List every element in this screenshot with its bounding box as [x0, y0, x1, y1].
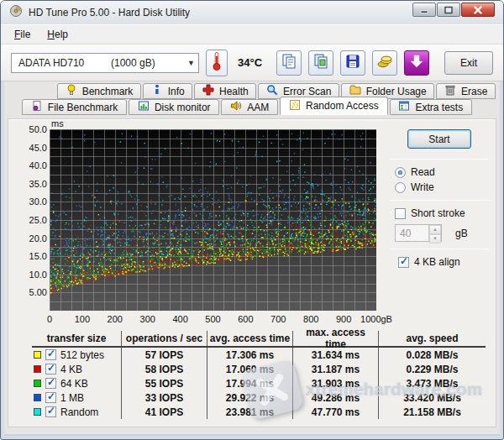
results-table: transfer size operations / sec avg. acce…	[32, 331, 486, 419]
short-stroke-label: Short stroke	[411, 207, 465, 219]
x-tick-label: 500	[205, 314, 220, 324]
series-checkbox[interactable]	[45, 378, 56, 389]
header-transfer-size: transfer size	[32, 331, 121, 346]
series-checkbox[interactable]	[45, 392, 56, 403]
short-stroke-size-field: ▲ ▼	[395, 224, 442, 242]
y-tick-label: 25.0	[15, 215, 47, 225]
bulb-icon	[66, 84, 77, 98]
header-operations: operations / sec	[121, 331, 207, 346]
short-stroke-unit: gB	[455, 228, 468, 239]
table-row: Random 41 IOPS 23.981 ms 47.770 ms 21.15…	[32, 405, 486, 419]
series-checkbox[interactable]	[45, 406, 56, 417]
minimize-button[interactable]	[412, 3, 436, 17]
series-swatch	[34, 365, 41, 373]
series-label: 64 KB	[60, 378, 88, 390]
tab-random-access[interactable]: Random Access	[280, 97, 387, 115]
table-header-row: transfer size operations / sec avg. acce…	[32, 331, 486, 348]
max-access-value: 31.903 ms	[292, 376, 378, 390]
save-icon	[344, 53, 361, 72]
table-row: 512 bytes 57 IOPS 17.306 ms 31.634 ms 0.…	[32, 348, 486, 362]
x-tick-label: 900	[336, 314, 351, 324]
copy-image-button[interactable]	[308, 50, 333, 76]
tab-benchmark[interactable]: Benchmark	[57, 83, 141, 99]
header-max-access: max. access time	[292, 331, 378, 346]
write-radio[interactable]	[395, 182, 406, 193]
spinner-up-icon[interactable]: ▲	[429, 225, 441, 234]
separator	[390, 249, 489, 249]
tab-erase[interactable]: Erase	[436, 83, 496, 99]
tab-health[interactable]: Health	[194, 83, 256, 99]
y-tick-label: 10.0	[15, 270, 47, 280]
temperature-button[interactable]	[206, 50, 228, 76]
avg-access-value: 23.981 ms	[207, 405, 292, 419]
avg-speed-value: 33.420 MB/s	[378, 390, 486, 405]
health-cross-icon	[202, 84, 214, 98]
donate-icon	[376, 53, 393, 72]
menu-file[interactable]: File	[6, 26, 39, 43]
extra-tests-icon	[398, 100, 410, 114]
tab-aam[interactable]: AAM	[221, 99, 278, 115]
x-tick-label: 800	[303, 314, 318, 324]
copy-text-icon	[281, 53, 297, 72]
separator	[390, 200, 489, 201]
series-label: Random	[60, 406, 98, 418]
table-row: 1 MB 33 IOPS 29.922 ms 49.286 ms 33.420 …	[32, 390, 486, 405]
close-button[interactable]	[461, 3, 495, 17]
align-label: 4 KB align	[414, 256, 460, 268]
series-swatch	[34, 380, 41, 387]
write-label: Write	[411, 181, 434, 193]
tab-label: Erase	[461, 86, 487, 97]
donate-button[interactable]	[372, 50, 397, 76]
short-stroke-size-input[interactable]	[396, 225, 428, 241]
tab-file-benchmark[interactable]: File Benchmark	[22, 99, 127, 115]
series-checkbox[interactable]	[45, 364, 56, 375]
tab-extra-tests[interactable]: Extra tests	[390, 99, 472, 115]
spinner-down-icon[interactable]: ▼	[429, 234, 441, 244]
plot-area	[50, 129, 376, 311]
tab-info[interactable]: Info	[143, 83, 192, 99]
tab-label: Folder Usage	[366, 86, 427, 97]
download-arrow-icon	[409, 54, 424, 71]
start-button[interactable]: Start	[407, 129, 471, 149]
save-button[interactable]	[340, 50, 365, 76]
y-axis-unit: ms	[51, 118, 64, 128]
speaker-icon	[230, 100, 242, 114]
avg-speed-value: 3.473 MB/s	[378, 376, 486, 390]
drive-capacity: (1000 gB)	[111, 57, 155, 69]
maximize-button[interactable]	[437, 3, 460, 17]
series-swatch	[34, 394, 41, 401]
tab-label: Extra tests	[415, 102, 463, 113]
tab-disk-monitor[interactable]: Disk monitor	[129, 99, 219, 115]
menu-help[interactable]: Help	[39, 26, 76, 43]
max-access-value: 31.187 ms	[292, 362, 378, 376]
trash-icon	[444, 84, 456, 98]
random-access-page: ms 50.045.040.035.030.025.020.015.010.05…	[8, 118, 496, 427]
x-tick-label: 200	[108, 314, 123, 324]
avg-speed-value: 0.028 MB/s	[378, 348, 486, 362]
avg-speed-value: 0.229 MB/s	[378, 362, 486, 376]
short-stroke-checkbox[interactable]	[395, 208, 406, 219]
series-checkbox[interactable]	[45, 349, 56, 360]
download-button[interactable]	[404, 50, 429, 76]
align-checkbox[interactable]	[398, 257, 409, 268]
avg-access-value: 29.922 ms	[207, 390, 292, 405]
y-tick-label: 50.0	[15, 124, 47, 134]
exit-button[interactable]: Exit	[444, 51, 493, 75]
drive-selector[interactable]: ADATA HD710 (1000 gB) ▼	[11, 53, 199, 73]
disk-monitor-icon	[138, 100, 150, 114]
read-radio[interactable]	[395, 167, 406, 178]
x-tick-label: 700	[270, 314, 286, 324]
max-access-value: 31.634 ms	[292, 348, 378, 362]
avg-access-value: 17.060 ms	[207, 362, 292, 376]
series-label: 4 KB	[60, 364, 82, 375]
copy-text-button[interactable]	[276, 50, 302, 76]
max-access-value: 47.770 ms	[292, 405, 378, 419]
magnifier-icon	[266, 84, 278, 98]
x-tick-label: 400	[172, 314, 187, 324]
read-label: Read	[411, 166, 435, 178]
avg-speed-value: 21.158 MB/s	[378, 405, 486, 419]
tab-label: AAM	[247, 102, 269, 113]
ops-value: 41 IOPS	[121, 405, 207, 419]
tab-label: Disk monitor	[155, 102, 211, 113]
tab-label: Info	[168, 86, 185, 97]
